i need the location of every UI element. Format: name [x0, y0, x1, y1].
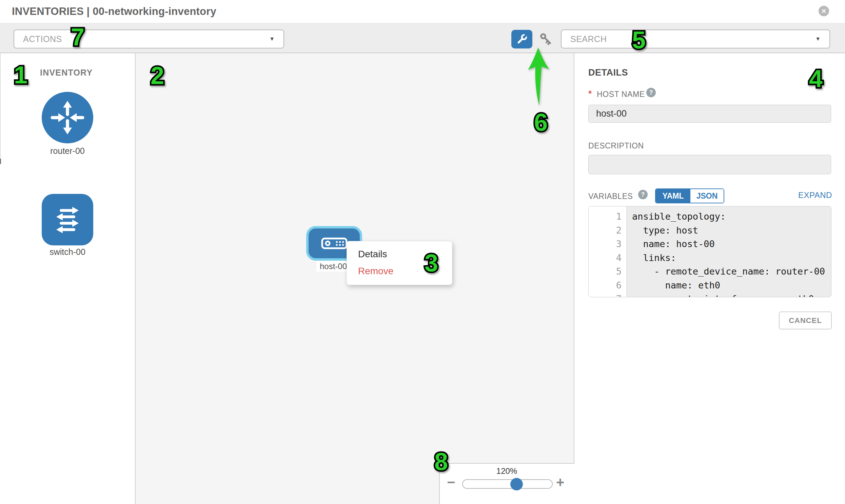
search-dropdown[interactable]: SEARCH ▼ — [561, 30, 830, 49]
expand-link[interactable]: EXPAND — [798, 191, 831, 200]
actions-dropdown-placeholder: ACTIONS — [23, 34, 62, 44]
variables-format-toggle: YAML JSON — [655, 188, 724, 203]
editor-line-numbers: 1234567 — [589, 206, 627, 297]
host-name-label: HOST NAME — [597, 90, 645, 99]
editor-code-area[interactable]: ansible_topology: type: host name: host-… — [627, 206, 831, 297]
code-line: type: host — [632, 224, 831, 238]
menu-item-details[interactable]: Details — [347, 246, 452, 263]
variables-code-editor[interactable]: 1234567 ansible_topology: type: host nam… — [588, 206, 831, 297]
code-line: name: host-00 — [632, 237, 831, 251]
host-icon — [321, 237, 348, 250]
chevron-down-icon: ▼ — [815, 36, 821, 42]
node-context-menu: Details Remove — [347, 241, 452, 285]
zoom-slider-thumb[interactable] — [510, 478, 523, 490]
code-line: links: — [632, 251, 831, 265]
toggle-toolbox-button[interactable] — [511, 30, 532, 49]
code-line: - remote_device_name: router-00 — [632, 265, 831, 278]
close-icon: ✕ — [821, 7, 826, 15]
details-panel-title: DETAILS — [588, 68, 628, 78]
sidebar-item-label: router-00 — [34, 146, 101, 156]
host-name-input[interactable] — [588, 105, 831, 123]
actions-dropdown[interactable]: ACTIONS ▼ — [14, 30, 284, 49]
close-button[interactable]: ✕ — [818, 6, 829, 16]
switch-icon — [48, 200, 87, 240]
zoom-out-button[interactable]: − — [447, 475, 455, 489]
code-line: name: eth0 — [632, 278, 831, 292]
host-node-label: host-00 — [316, 261, 350, 271]
sidebar-item-router[interactable] — [42, 92, 93, 143]
page-title: INVENTORIES | 00-networking-inventory — [12, 5, 216, 18]
required-asterisk: * — [588, 88, 592, 99]
zoom-in-button[interactable]: + — [556, 475, 565, 489]
search-dropdown-placeholder: SEARCH — [570, 34, 606, 44]
yaml-toggle-button[interactable]: YAML — [656, 189, 690, 203]
description-label: DESCRIPTION — [588, 141, 644, 150]
cancel-button[interactable]: CANCEL — [779, 311, 832, 329]
menu-item-remove[interactable]: Remove — [347, 263, 452, 280]
variables-help-icon[interactable]: ? — [638, 190, 648, 199]
sidebar-scroll-track — [0, 53, 1, 161]
sidebar-item-switch[interactable] — [42, 194, 93, 246]
zoom-level-label: 120% — [439, 466, 575, 476]
description-input[interactable] — [588, 155, 831, 174]
wrench-icon — [515, 33, 528, 46]
zoom-slider-track[interactable] — [462, 479, 553, 489]
host-name-help-icon[interactable]: ? — [646, 88, 656, 97]
sidebar-scroll-mark — [0, 159, 1, 164]
key-icon — [538, 31, 554, 48]
variables-label: VARIABLES — [588, 192, 633, 201]
sidebar-item-label: switch-00 — [34, 247, 101, 257]
code-line: ansible_topology: — [632, 210, 831, 224]
json-toggle-button[interactable]: JSON — [690, 189, 724, 203]
router-icon — [48, 97, 87, 138]
code-line: remote_interface_name: eth0 — [632, 292, 831, 297]
key-button[interactable] — [538, 31, 555, 48]
sidebar-heading: INVENTORY — [40, 68, 92, 78]
chevron-down-icon: ▼ — [269, 36, 275, 42]
